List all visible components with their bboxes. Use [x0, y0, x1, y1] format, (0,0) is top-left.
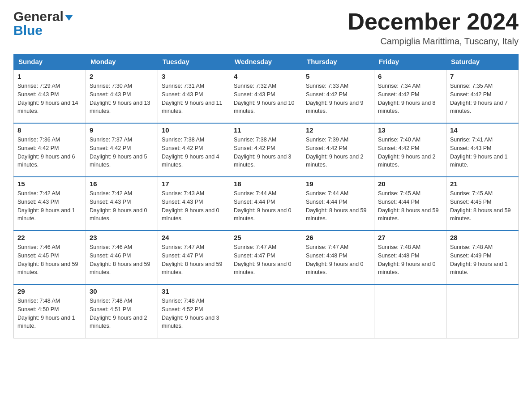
day-info: Sunrise: 7:33 AMSunset: 4:42 PMDaylight:… — [306, 83, 364, 114]
calendar-cell: 15 Sunrise: 7:42 AMSunset: 4:43 PMDaylig… — [14, 177, 86, 231]
calendar-cell: 8 Sunrise: 7:36 AMSunset: 4:42 PMDayligh… — [14, 123, 86, 177]
day-info: Sunrise: 7:34 AMSunset: 4:42 PMDaylight:… — [378, 83, 436, 114]
day-info: Sunrise: 7:39 AMSunset: 4:42 PMDaylight:… — [306, 137, 364, 168]
day-number: 15 — [17, 180, 82, 188]
logo-blue-text: Blue — [13, 23, 43, 38]
day-number: 5 — [306, 73, 370, 80]
day-number: 23 — [90, 234, 154, 241]
logo: General Blue — [13, 9, 73, 38]
calendar-header: SundayMondayTuesdayWednesdayThursdayFrid… — [14, 54, 519, 70]
calendar-cell: 25 Sunrise: 7:47 AMSunset: 4:47 PMDaylig… — [230, 231, 302, 284]
day-number: 6 — [378, 73, 442, 80]
day-number: 16 — [90, 180, 154, 188]
day-info: Sunrise: 7:47 AMSunset: 4:47 PMDaylight:… — [162, 244, 223, 275]
day-info: Sunrise: 7:35 AMSunset: 4:42 PMDaylight:… — [450, 83, 508, 114]
calendar-cell: 9 Sunrise: 7:37 AMSunset: 4:42 PMDayligh… — [86, 123, 158, 177]
calendar-cell: 26 Sunrise: 7:47 AMSunset: 4:48 PMDaylig… — [302, 231, 374, 284]
col-header-tuesday: Tuesday — [158, 54, 230, 70]
calendar-cell: 6 Sunrise: 7:34 AMSunset: 4:42 PMDayligh… — [374, 69, 446, 123]
day-info: Sunrise: 7:46 AMSunset: 4:46 PMDaylight:… — [90, 244, 150, 275]
day-info: Sunrise: 7:36 AMSunset: 4:42 PMDaylight:… — [17, 137, 75, 168]
day-info: Sunrise: 7:40 AMSunset: 4:42 PMDaylight:… — [378, 137, 436, 168]
col-header-friday: Friday — [374, 54, 446, 70]
calendar-week-5: 29 Sunrise: 7:48 AMSunset: 4:50 PMDaylig… — [14, 284, 519, 338]
logo-triangle-icon — [65, 15, 73, 21]
day-number: 7 — [450, 73, 515, 80]
day-info: Sunrise: 7:47 AMSunset: 4:47 PMDaylight:… — [234, 244, 292, 275]
calendar-cell: 22 Sunrise: 7:46 AMSunset: 4:45 PMDaylig… — [14, 231, 86, 284]
day-info: Sunrise: 7:32 AMSunset: 4:43 PMDaylight:… — [234, 83, 295, 114]
calendar-cell: 14 Sunrise: 7:41 AMSunset: 4:43 PMDaylig… — [446, 123, 519, 177]
day-info: Sunrise: 7:38 AMSunset: 4:42 PMDaylight:… — [234, 137, 292, 168]
col-header-monday: Monday — [86, 54, 158, 70]
day-info: Sunrise: 7:46 AMSunset: 4:45 PMDaylight:… — [17, 244, 78, 275]
calendar-cell — [446, 284, 519, 338]
calendar-cell: 21 Sunrise: 7:45 AMSunset: 4:45 PMDaylig… — [446, 177, 519, 231]
day-info: Sunrise: 7:48 AMSunset: 4:52 PMDaylight:… — [162, 298, 219, 329]
day-number: 26 — [306, 234, 370, 241]
calendar-cell: 27 Sunrise: 7:48 AMSunset: 4:48 PMDaylig… — [374, 231, 446, 284]
calendar-cell: 19 Sunrise: 7:44 AMSunset: 4:44 PMDaylig… — [302, 177, 374, 231]
day-number: 11 — [234, 126, 298, 134]
day-info: Sunrise: 7:30 AMSunset: 4:43 PMDaylight:… — [90, 83, 150, 114]
calendar-cell: 29 Sunrise: 7:48 AMSunset: 4:50 PMDaylig… — [14, 284, 86, 338]
day-number: 8 — [17, 126, 82, 134]
day-number: 21 — [450, 180, 515, 188]
day-number: 24 — [162, 234, 226, 241]
day-info: Sunrise: 7:45 AMSunset: 4:45 PMDaylight:… — [450, 190, 511, 222]
day-number: 18 — [234, 180, 298, 188]
day-number: 9 — [90, 126, 154, 134]
calendar-cell: 17 Sunrise: 7:43 AMSunset: 4:43 PMDaylig… — [158, 177, 230, 231]
month-title: December 2024 — [348, 9, 519, 34]
day-info: Sunrise: 7:43 AMSunset: 4:43 PMDaylight:… — [162, 190, 219, 222]
calendar-cell: 13 Sunrise: 7:40 AMSunset: 4:42 PMDaylig… — [374, 123, 446, 177]
calendar-table: SundayMondayTuesdayWednesdayThursdayFrid… — [13, 54, 519, 338]
col-header-saturday: Saturday — [446, 54, 519, 70]
page-header: General Blue December 2024 Campiglia Mar… — [13, 9, 519, 47]
day-number: 31 — [162, 287, 226, 295]
day-number: 13 — [378, 126, 442, 134]
calendar-cell: 4 Sunrise: 7:32 AMSunset: 4:43 PMDayligh… — [230, 69, 302, 123]
location-subtitle: Campiglia Marittima, Tuscany, Italy — [348, 36, 519, 47]
calendar-cell: 28 Sunrise: 7:48 AMSunset: 4:49 PMDaylig… — [446, 231, 519, 284]
calendar-body: 1 Sunrise: 7:29 AMSunset: 4:43 PMDayligh… — [14, 69, 519, 338]
calendar-cell — [374, 284, 446, 338]
day-info: Sunrise: 7:48 AMSunset: 4:49 PMDaylight:… — [450, 244, 508, 275]
calendar-week-4: 22 Sunrise: 7:46 AMSunset: 4:45 PMDaylig… — [14, 231, 519, 284]
day-number: 20 — [378, 180, 442, 188]
day-info: Sunrise: 7:44 AMSunset: 4:44 PMDaylight:… — [306, 190, 367, 222]
calendar-cell: 24 Sunrise: 7:47 AMSunset: 4:47 PMDaylig… — [158, 231, 230, 284]
day-number: 30 — [90, 287, 154, 295]
calendar-cell: 2 Sunrise: 7:30 AMSunset: 4:43 PMDayligh… — [86, 69, 158, 123]
day-info: Sunrise: 7:42 AMSunset: 4:43 PMDaylight:… — [90, 190, 147, 222]
day-number: 22 — [17, 234, 82, 241]
day-number: 12 — [306, 126, 370, 134]
calendar-cell: 20 Sunrise: 7:45 AMSunset: 4:44 PMDaylig… — [374, 177, 446, 231]
day-info: Sunrise: 7:45 AMSunset: 4:44 PMDaylight:… — [378, 190, 439, 222]
day-number: 3 — [162, 73, 226, 80]
day-number: 4 — [234, 73, 298, 80]
calendar-cell — [302, 284, 374, 338]
day-info: Sunrise: 7:48 AMSunset: 4:51 PMDaylight:… — [90, 298, 147, 329]
day-info: Sunrise: 7:42 AMSunset: 4:43 PMDaylight:… — [17, 190, 75, 222]
title-block: December 2024 Campiglia Marittima, Tusca… — [348, 9, 519, 47]
day-info: Sunrise: 7:29 AMSunset: 4:43 PMDaylight:… — [17, 83, 78, 114]
calendar-cell: 11 Sunrise: 7:38 AMSunset: 4:42 PMDaylig… — [230, 123, 302, 177]
calendar-week-2: 8 Sunrise: 7:36 AMSunset: 4:42 PMDayligh… — [14, 123, 519, 177]
day-info: Sunrise: 7:48 AMSunset: 4:50 PMDaylight:… — [17, 298, 75, 329]
day-number: 27 — [378, 234, 442, 241]
day-number: 29 — [17, 287, 82, 295]
day-number: 25 — [234, 234, 298, 241]
calendar-cell: 30 Sunrise: 7:48 AMSunset: 4:51 PMDaylig… — [86, 284, 158, 338]
day-number: 1 — [17, 73, 82, 80]
calendar-cell: 23 Sunrise: 7:46 AMSunset: 4:46 PMDaylig… — [86, 231, 158, 284]
calendar-week-1: 1 Sunrise: 7:29 AMSunset: 4:43 PMDayligh… — [14, 69, 519, 123]
calendar-cell: 10 Sunrise: 7:38 AMSunset: 4:42 PMDaylig… — [158, 123, 230, 177]
day-number: 28 — [450, 234, 515, 241]
day-info: Sunrise: 7:38 AMSunset: 4:42 PMDaylight:… — [162, 137, 219, 168]
day-number: 10 — [162, 126, 226, 134]
day-info: Sunrise: 7:44 AMSunset: 4:44 PMDaylight:… — [234, 190, 292, 222]
calendar-cell: 18 Sunrise: 7:44 AMSunset: 4:44 PMDaylig… — [230, 177, 302, 231]
day-info: Sunrise: 7:31 AMSunset: 4:43 PMDaylight:… — [162, 83, 223, 114]
header-row: SundayMondayTuesdayWednesdayThursdayFrid… — [14, 54, 519, 70]
